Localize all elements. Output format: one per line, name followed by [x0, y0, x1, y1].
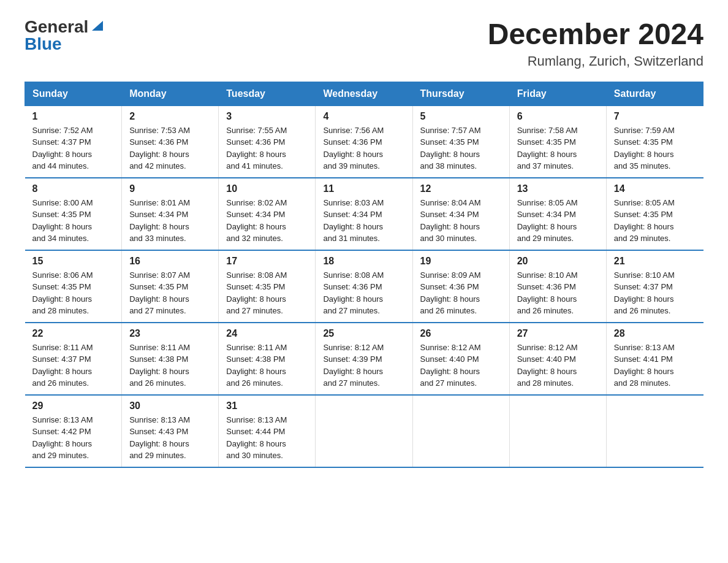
day-number: 1: [32, 111, 115, 122]
calendar-cell: 13 Sunrise: 8:05 AM Sunset: 4:34 PM Dayl…: [509, 178, 606, 250]
day-info: Sunrise: 8:00 AM Sunset: 4:35 PM Dayligh…: [32, 197, 115, 245]
calendar-row-3: 15 Sunrise: 8:06 AM Sunset: 4:35 PM Dayl…: [25, 250, 703, 323]
calendar-cell: [316, 395, 412, 467]
day-info: Sunrise: 8:05 AM Sunset: 4:34 PM Dayligh…: [517, 197, 599, 245]
calendar-cell: 29 Sunrise: 8:13 AM Sunset: 4:42 PM Dayl…: [25, 395, 122, 467]
day-info: Sunrise: 8:10 AM Sunset: 4:36 PM Dayligh…: [517, 269, 599, 317]
header-thursday: Thursday: [412, 82, 509, 105]
calendar-cell: 27 Sunrise: 8:12 AM Sunset: 4:40 PM Dayl…: [509, 323, 606, 395]
day-info: Sunrise: 8:13 AM Sunset: 4:41 PM Dayligh…: [614, 342, 696, 389]
day-number: 23: [129, 328, 211, 339]
calendar-cell: 5 Sunrise: 7:57 AM Sunset: 4:35 PM Dayli…: [412, 105, 509, 178]
calendar-cell: [412, 395, 509, 467]
header-tuesday: Tuesday: [219, 82, 316, 105]
day-info: Sunrise: 8:13 AM Sunset: 4:44 PM Dayligh…: [226, 414, 308, 462]
day-info: Sunrise: 8:05 AM Sunset: 4:35 PM Dayligh…: [614, 197, 696, 245]
calendar-cell: 4 Sunrise: 7:56 AM Sunset: 4:36 PM Dayli…: [316, 105, 412, 178]
calendar-cell: 18 Sunrise: 8:08 AM Sunset: 4:36 PM Dayl…: [316, 250, 412, 323]
calendar-cell: 2 Sunrise: 7:53 AM Sunset: 4:36 PM Dayli…: [122, 105, 219, 178]
day-info: Sunrise: 7:53 AM Sunset: 4:36 PM Dayligh…: [129, 124, 211, 172]
calendar-cell: 26 Sunrise: 8:12 AM Sunset: 4:40 PM Dayl…: [412, 323, 509, 395]
logo-blue: Blue: [25, 36, 62, 53]
day-info: Sunrise: 7:56 AM Sunset: 4:36 PM Dayligh…: [323, 124, 404, 172]
day-number: 25: [323, 328, 404, 339]
day-info: Sunrise: 8:04 AM Sunset: 4:34 PM Dayligh…: [420, 197, 502, 245]
calendar-cell: 28 Sunrise: 8:13 AM Sunset: 4:41 PM Dayl…: [606, 323, 703, 395]
day-number: 18: [323, 256, 404, 267]
day-number: 19: [420, 256, 502, 267]
day-info: Sunrise: 8:08 AM Sunset: 4:36 PM Dayligh…: [323, 269, 404, 317]
day-number: 6: [517, 111, 599, 122]
calendar-cell: 12 Sunrise: 8:04 AM Sunset: 4:34 PM Dayl…: [412, 178, 509, 250]
header-friday: Friday: [509, 82, 606, 105]
day-number: 29: [32, 400, 115, 412]
header-monday: Monday: [122, 82, 219, 105]
calendar-cell: 1 Sunrise: 7:52 AM Sunset: 4:37 PM Dayli…: [25, 105, 122, 178]
calendar-cell: 14 Sunrise: 8:05 AM Sunset: 4:35 PM Dayl…: [606, 178, 703, 250]
svg-marker-0: [92, 21, 103, 31]
day-info: Sunrise: 7:52 AM Sunset: 4:37 PM Dayligh…: [32, 124, 115, 172]
day-number: 9: [129, 183, 211, 194]
day-info: Sunrise: 8:07 AM Sunset: 4:35 PM Dayligh…: [129, 269, 211, 317]
header-wednesday: Wednesday: [316, 82, 412, 105]
day-number: 13: [517, 183, 599, 194]
calendar-title: December 2024: [488, 18, 703, 51]
day-number: 21: [614, 256, 696, 267]
day-number: 5: [420, 111, 502, 122]
calendar-cell: 9 Sunrise: 8:01 AM Sunset: 4:34 PM Dayli…: [122, 178, 219, 250]
day-info: Sunrise: 8:11 AM Sunset: 4:38 PM Dayligh…: [226, 342, 308, 389]
calendar-cell: 25 Sunrise: 8:12 AM Sunset: 4:39 PM Dayl…: [316, 323, 412, 395]
title-block: December 2024 Rumlang, Zurich, Switzerla…: [488, 18, 703, 69]
day-info: Sunrise: 8:12 AM Sunset: 4:39 PM Dayligh…: [323, 342, 404, 389]
day-number: 3: [226, 111, 308, 122]
day-info: Sunrise: 8:10 AM Sunset: 4:37 PM Dayligh…: [614, 269, 696, 317]
day-number: 15: [32, 256, 115, 267]
day-info: Sunrise: 8:11 AM Sunset: 4:37 PM Dayligh…: [32, 342, 115, 389]
day-number: 17: [226, 256, 308, 267]
calendar-cell: 6 Sunrise: 7:58 AM Sunset: 4:35 PM Dayli…: [509, 105, 606, 178]
day-number: 31: [226, 400, 308, 412]
calendar-cell: [606, 395, 703, 467]
day-number: 14: [614, 183, 696, 194]
day-info: Sunrise: 8:08 AM Sunset: 4:35 PM Dayligh…: [226, 269, 308, 317]
day-info: Sunrise: 7:57 AM Sunset: 4:35 PM Dayligh…: [420, 124, 502, 172]
day-number: 27: [517, 328, 599, 339]
calendar-cell: 30 Sunrise: 8:13 AM Sunset: 4:43 PM Dayl…: [122, 395, 219, 467]
header-row: Sunday Monday Tuesday Wednesday Thursday…: [25, 82, 703, 105]
calendar-cell: 8 Sunrise: 8:00 AM Sunset: 4:35 PM Dayli…: [25, 178, 122, 250]
logo-general: General: [25, 18, 88, 36]
day-info: Sunrise: 8:03 AM Sunset: 4:34 PM Dayligh…: [323, 197, 404, 245]
calendar-cell: 23 Sunrise: 8:11 AM Sunset: 4:38 PM Dayl…: [122, 323, 219, 395]
calendar-cell: 7 Sunrise: 7:59 AM Sunset: 4:35 PM Dayli…: [606, 105, 703, 178]
day-number: 10: [226, 183, 308, 194]
calendar-cell: 10 Sunrise: 8:02 AM Sunset: 4:34 PM Dayl…: [219, 178, 316, 250]
calendar-cell: 31 Sunrise: 8:13 AM Sunset: 4:44 PM Dayl…: [219, 395, 316, 467]
logo: General Blue: [25, 18, 104, 53]
header-sunday: Sunday: [25, 82, 122, 105]
day-number: 28: [614, 328, 696, 339]
day-number: 7: [614, 111, 696, 122]
day-number: 16: [129, 256, 211, 267]
day-number: 2: [129, 111, 211, 122]
header-saturday: Saturday: [606, 82, 703, 105]
day-number: 20: [517, 256, 599, 267]
day-number: 24: [226, 328, 308, 339]
calendar-cell: 3 Sunrise: 7:55 AM Sunset: 4:36 PM Dayli…: [219, 105, 316, 178]
calendar-subtitle: Rumlang, Zurich, Switzerland: [488, 53, 703, 69]
calendar-cell: 22 Sunrise: 8:11 AM Sunset: 4:37 PM Dayl…: [25, 323, 122, 395]
day-info: Sunrise: 8:09 AM Sunset: 4:36 PM Dayligh…: [420, 269, 502, 317]
calendar-row-5: 29 Sunrise: 8:13 AM Sunset: 4:42 PM Dayl…: [25, 395, 703, 467]
page-header: General Blue December 2024 Rumlang, Zuri…: [25, 18, 703, 69]
day-info: Sunrise: 8:12 AM Sunset: 4:40 PM Dayligh…: [420, 342, 502, 389]
calendar-table: Sunday Monday Tuesday Wednesday Thursday…: [25, 82, 703, 468]
day-number: 4: [323, 111, 404, 122]
calendar-cell: 16 Sunrise: 8:07 AM Sunset: 4:35 PM Dayl…: [122, 250, 219, 323]
calendar-cell: 20 Sunrise: 8:10 AM Sunset: 4:36 PM Dayl…: [509, 250, 606, 323]
day-info: Sunrise: 7:59 AM Sunset: 4:35 PM Dayligh…: [614, 124, 696, 172]
day-info: Sunrise: 8:13 AM Sunset: 4:43 PM Dayligh…: [129, 414, 211, 462]
day-info: Sunrise: 7:58 AM Sunset: 4:35 PM Dayligh…: [517, 124, 599, 172]
calendar-header: Sunday Monday Tuesday Wednesday Thursday…: [25, 82, 703, 105]
day-number: 30: [129, 400, 211, 412]
day-number: 22: [32, 328, 115, 339]
day-info: Sunrise: 8:02 AM Sunset: 4:34 PM Dayligh…: [226, 197, 308, 245]
